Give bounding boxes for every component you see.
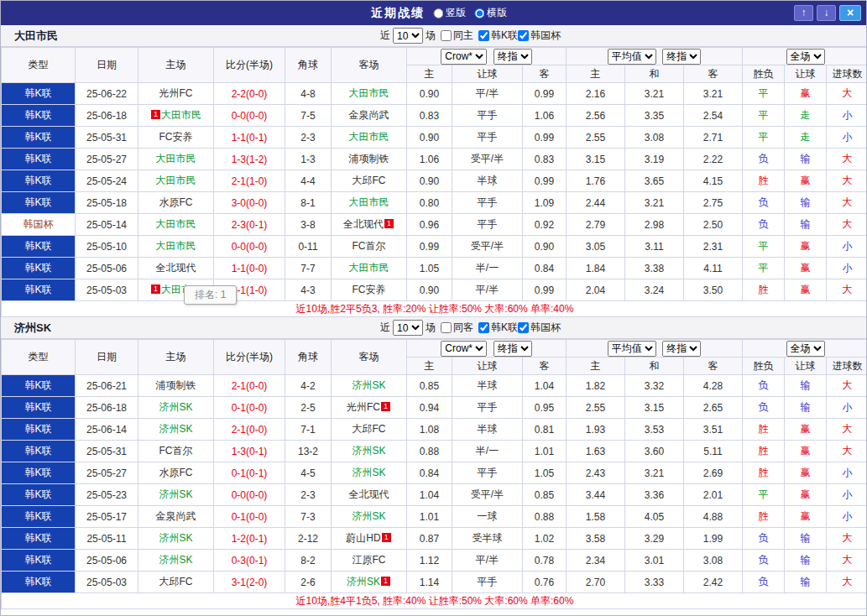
team-name[interactable]: 水原FC <box>159 467 193 478</box>
team-name[interactable]: 大田市民 <box>161 109 201 121</box>
match-score[interactable]: 2-3(0-1) <box>214 214 285 236</box>
team-name[interactable]: 济州SK <box>159 423 192 435</box>
team-name[interactable]: 济州SK <box>159 401 192 413</box>
match-score[interactable]: 3-0(0-0) <box>214 192 285 214</box>
team-name[interactable]: 光州FC <box>347 401 380 413</box>
team-name[interactable]: 金泉尚武 <box>349 109 389 121</box>
team-name[interactable]: 江原FC <box>353 554 386 566</box>
team-name[interactable]: 金泉尚武 <box>156 510 196 522</box>
away-team-cell[interactable]: 江原FC <box>332 550 407 572</box>
odds-company-select[interactable]: Crow* <box>441 341 487 357</box>
team-name[interactable]: 济州SK <box>352 510 385 522</box>
team-name[interactable]: FC安养 <box>353 284 386 295</box>
team-name[interactable]: FC首尔 <box>159 445 193 457</box>
league-checkbox[interactable] <box>478 322 489 333</box>
scroll-up-button[interactable]: ↑ <box>794 5 813 21</box>
home-team-cell[interactable]: 浦项制铁 <box>138 375 214 397</box>
close-button[interactable]: × <box>839 5 861 21</box>
home-team-cell[interactable]: 大田市民 <box>138 149 214 170</box>
rank-badge[interactable]: 1 <box>151 285 160 294</box>
home-team-cell[interactable]: 1大田市民 <box>138 105 214 127</box>
layout-option-vertical[interactable]: 竖版 <box>433 6 466 20</box>
team-name[interactable]: 蔚山HD <box>346 532 380 544</box>
away-team-cell[interactable]: 光州FC1 <box>332 397 407 419</box>
match-score[interactable]: 2-1(0-0) <box>214 419 285 441</box>
rank-badge[interactable]: 1 <box>381 577 390 586</box>
match-score[interactable]: 0-3(0-1) <box>214 550 285 572</box>
euro-average-select[interactable]: 平均值 <box>608 341 656 357</box>
team-name[interactable]: 大田市民 <box>156 240 196 252</box>
match-score[interactable]: 1-3(0-1) <box>214 441 285 462</box>
same-venue-filter[interactable]: 同主 <box>441 29 473 43</box>
match-score[interactable]: 3-1(2-0) <box>214 572 285 593</box>
cup-checkbox[interactable] <box>518 30 529 41</box>
team-name[interactable]: 济州SK <box>159 488 192 500</box>
away-team-cell[interactable]: 济州SK <box>332 375 407 397</box>
match-score[interactable]: 0-0(0-0) <box>214 236 285 258</box>
home-team-cell[interactable]: 水原FC <box>138 192 214 214</box>
team-name[interactable]: 浦项制铁 <box>156 379 196 391</box>
team-name[interactable]: 大田市民 <box>156 175 196 186</box>
match-score[interactable]: 0-1(0-1) <box>214 462 285 484</box>
away-team-cell[interactable]: 蔚山HD1 <box>332 528 407 550</box>
team-name[interactable]: 大邱FC <box>159 576 193 587</box>
home-team-cell[interactable]: 大田市民 <box>138 214 214 236</box>
away-team-cell[interactable]: 全北现代 <box>332 484 407 506</box>
team-name[interactable]: 济州SK <box>159 554 192 566</box>
away-team-cell[interactable]: 济州SK <box>332 441 407 462</box>
team-name[interactable]: 全北现代 <box>156 262 196 274</box>
rank-badge[interactable]: 1 <box>382 533 391 542</box>
scroll-down-button[interactable]: ↓ <box>817 5 836 21</box>
odds-company-select[interactable]: Crow* <box>441 49 487 65</box>
away-team-cell[interactable]: FC首尔 <box>332 236 407 258</box>
home-team-cell[interactable]: FC首尔 <box>138 441 214 462</box>
team-name[interactable]: FC安养 <box>159 131 193 143</box>
league-filter[interactable]: 韩K联 <box>478 29 518 43</box>
home-team-cell[interactable]: 济州SK <box>138 528 214 550</box>
team-name[interactable]: 济州SK <box>352 467 385 478</box>
home-team-cell[interactable]: 济州SK <box>138 484 214 506</box>
same-venue-filter[interactable]: 同客 <box>441 321 473 335</box>
away-team-cell[interactable]: 济州SK <box>332 462 407 484</box>
home-team-cell[interactable]: 水原FC <box>138 462 214 484</box>
scope-select[interactable]: 全场 <box>786 49 825 65</box>
league-filter[interactable]: 韩K联 <box>478 321 518 335</box>
away-team-cell[interactable]: 浦项制铁 <box>332 149 407 170</box>
match-score[interactable]: 1-1(0-1) <box>214 127 285 149</box>
home-team-cell[interactable]: 济州SK <box>138 397 214 419</box>
home-team-cell[interactable]: FC安养 <box>138 127 214 149</box>
team-name[interactable]: 济州SK <box>347 576 380 587</box>
home-team-cell[interactable]: 济州SK <box>138 419 214 441</box>
league-checkbox[interactable] <box>478 30 489 41</box>
cup-filter[interactable]: 韩国杯 <box>518 29 561 43</box>
home-team-cell[interactable]: 济州SK <box>138 550 214 572</box>
away-team-cell[interactable]: 大田市民 <box>332 192 407 214</box>
team-name[interactable]: FC首尔 <box>353 240 386 252</box>
team-name[interactable]: 济州SK <box>352 379 385 391</box>
team-name[interactable]: 大田市民 <box>349 87 389 99</box>
asian-final-select[interactable]: 终指 <box>494 341 532 357</box>
same-venue-checkbox[interactable] <box>441 30 452 41</box>
euro-final-select[interactable]: 终指 <box>662 49 701 65</box>
home-team-cell[interactable]: 大田市民 <box>138 236 214 258</box>
away-team-cell[interactable]: 济州SK1 <box>332 572 407 593</box>
team-name[interactable]: 全北现代 <box>349 488 389 500</box>
scope-select[interactable]: 全场 <box>786 341 825 357</box>
team-name[interactable]: 大邱FC <box>353 423 386 435</box>
team-name[interactable]: 大田市民 <box>156 153 196 164</box>
team-name[interactable]: 全北现代 <box>343 218 384 230</box>
home-team-cell[interactable]: 大邱FC <box>138 572 214 593</box>
team-name[interactable]: 大田市民 <box>156 218 196 230</box>
team-name[interactable]: 大田市民 <box>349 196 389 208</box>
match-score[interactable]: 0-1(0-0) <box>214 397 285 419</box>
home-team-cell[interactable]: 全北现代 <box>138 258 214 279</box>
rank-badge[interactable]: 1 <box>384 219 394 228</box>
team-name[interactable]: 水原FC <box>159 196 193 208</box>
home-team-cell[interactable]: 光州FC <box>138 83 214 105</box>
away-team-cell[interactable]: 大田市民 <box>332 127 407 149</box>
match-score[interactable]: 1-3(1-2) <box>214 149 285 170</box>
asian-final-select[interactable]: 终指 <box>494 49 532 65</box>
match-score[interactable]: 0-0(0-0) <box>214 105 285 127</box>
vertical-layout-radio[interactable] <box>433 8 443 18</box>
away-team-cell[interactable]: 大邱FC <box>332 170 407 192</box>
